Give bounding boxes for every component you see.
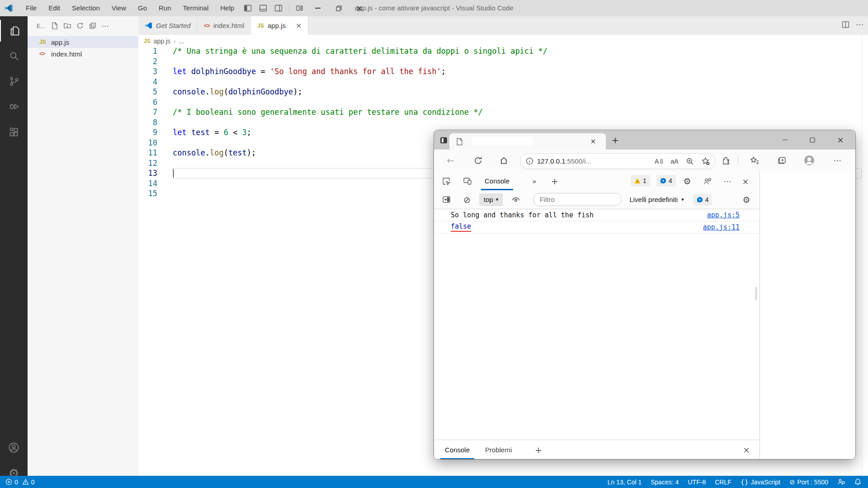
- menu-view[interactable]: View: [106, 0, 132, 16]
- menu-help[interactable]: Help: [214, 0, 240, 16]
- drawer-tab-console[interactable]: Console: [440, 440, 474, 459]
- menu-selection[interactable]: Selection: [66, 0, 106, 16]
- site-info-icon[interactable]: [526, 157, 533, 165]
- new-file-icon[interactable]: [51, 22, 58, 29]
- close-browser-tab-icon[interactable]: ×: [588, 136, 599, 147]
- editor-scrollbar[interactable]: [862, 35, 862, 476]
- code-line-1[interactable]: 1/* Una stringa è una sequenza di caratt…: [138, 46, 862, 56]
- restore-button[interactable]: [328, 0, 349, 16]
- console-sidebar-toggle-icon[interactable]: [440, 194, 452, 206]
- new-folder-icon[interactable]: [64, 22, 71, 29]
- drawer-tab-problems[interactable]: Problemi: [481, 440, 516, 459]
- zoom-icon[interactable]: [682, 157, 698, 165]
- toggle-sidebar-icon[interactable]: [240, 0, 255, 16]
- tab-app-js[interactable]: JS app.js ×: [251, 16, 308, 35]
- menu-run[interactable]: Run: [153, 0, 177, 16]
- inspect-element-icon[interactable]: [440, 175, 452, 187]
- log-levels-selector[interactable]: Livelli predefiniti ▾: [629, 196, 684, 203]
- add-drawer-tab-icon[interactable]: +: [533, 444, 544, 456]
- close-drawer-icon[interactable]: ×: [741, 444, 752, 456]
- add-favorite-icon[interactable]: [698, 157, 713, 165]
- eol-status[interactable]: CRLF: [715, 479, 731, 486]
- toggle-secondary-sidebar-icon[interactable]: [271, 0, 286, 16]
- browser-minimize-button[interactable]: [774, 130, 795, 150]
- explorer-more-actions-icon[interactable]: ⋯: [102, 22, 109, 30]
- devtools-tab-console[interactable]: Console: [481, 172, 513, 190]
- devtools-scrollbar[interactable]: [755, 287, 757, 300]
- problems-status[interactable]: 0 0: [5, 479, 35, 486]
- read-aloud-icon[interactable]: A: [651, 157, 667, 165]
- tab-get-started[interactable]: Get Started: [138, 16, 198, 34]
- code-line-3[interactable]: 3let dolphinGoodbye = 'So long and thank…: [138, 66, 862, 77]
- console-filter-input[interactable]: [533, 193, 621, 206]
- devtools-close-icon[interactable]: ×: [740, 175, 751, 187]
- run-debug-icon[interactable]: [0, 96, 28, 117]
- profile-avatar[interactable]: [804, 155, 815, 166]
- levels-messages-badge[interactable]: 4: [693, 194, 712, 206]
- code-line-4[interactable]: 4: [138, 77, 862, 87]
- messages-badge[interactable]: 4: [656, 175, 676, 187]
- new-tab-icon[interactable]: +: [609, 134, 621, 146]
- search-icon[interactable]: [0, 45, 28, 67]
- warnings-badge[interactable]: 1: [631, 175, 650, 187]
- editor-more-actions-icon[interactable]: ⋯: [856, 20, 863, 29]
- home-icon[interactable]: [498, 155, 509, 166]
- accounts-icon[interactable]: [0, 436, 28, 458]
- devtools-feedback-icon[interactable]: [701, 175, 713, 187]
- explorer-icon[interactable]: [0, 20, 28, 42]
- extensions-puzzle-icon[interactable]: [720, 155, 732, 166]
- address-bar[interactable]: 127.0.0.1:5500/i... A aA: [520, 153, 715, 169]
- refresh-icon[interactable]: [472, 155, 484, 166]
- browser-settings-more-icon[interactable]: ⋯: [831, 155, 843, 166]
- feedback-icon[interactable]: [837, 478, 845, 486]
- device-emulation-icon[interactable]: [462, 175, 473, 187]
- clear-console-icon[interactable]: ⊘: [461, 194, 473, 206]
- menu-edit[interactable]: Edit: [42, 0, 66, 16]
- notifications-bell-icon[interactable]: [854, 478, 862, 486]
- minimize-button[interactable]: [307, 0, 328, 16]
- context-selector[interactable]: top ▾: [479, 193, 503, 206]
- code-line-8[interactable]: 8: [138, 117, 862, 128]
- code-line-5[interactable]: 5console.log(dolphinGoodbye);: [138, 87, 862, 97]
- collections-icon[interactable]: [776, 155, 788, 166]
- browser-tab[interactable]: ×: [449, 133, 606, 150]
- toggle-panel-icon[interactable]: [255, 0, 271, 16]
- live-expression-eye-icon[interactable]: [510, 194, 522, 206]
- close-window-button[interactable]: ×: [349, 0, 370, 16]
- refresh-explorer-icon[interactable]: [76, 22, 84, 29]
- breadcrumb-file[interactable]: app.js: [154, 38, 170, 45]
- file-item-appjs[interactable]: JS app.js: [28, 36, 138, 48]
- tab-index-html[interactable]: <> index.html: [198, 16, 251, 34]
- close-tab-icon[interactable]: ×: [296, 21, 302, 30]
- menu-file[interactable]: File: [20, 0, 42, 16]
- browser-maximize-button[interactable]: [802, 130, 823, 150]
- more-tabs-icon[interactable]: »: [529, 175, 540, 187]
- menu-terminal[interactable]: Terminal: [177, 0, 215, 16]
- indentation-status[interactable]: Spaces: 4: [651, 479, 679, 486]
- console-source-link[interactable]: app.js:11: [703, 223, 740, 231]
- browser-close-button[interactable]: ×: [830, 130, 851, 150]
- devtools-settings-gear-icon[interactable]: ⚙: [681, 175, 693, 187]
- breadcrumb[interactable]: JS app.js › ...: [144, 36, 184, 46]
- split-editor-icon[interactable]: [842, 20, 849, 29]
- back-icon[interactable]: ←: [445, 155, 457, 166]
- url-text[interactable]: 127.0.0.1:5500/i...: [537, 157, 591, 165]
- extensions-icon[interactable]: [0, 122, 28, 143]
- console-settings-gear-icon[interactable]: ⚙: [741, 194, 752, 206]
- file-item-indexhtml[interactable]: <> index.html: [28, 48, 138, 60]
- console-message-log[interactable]: So long and thanks for all the fish app.…: [434, 209, 760, 221]
- language-status[interactable]: {} JavaScript: [741, 479, 780, 486]
- tab-actions-menu-icon[interactable]: [438, 135, 449, 145]
- devtools-more-icon[interactable]: ⋯: [722, 175, 733, 187]
- encoding-status[interactable]: UTF-8: [688, 479, 706, 486]
- page-viewport[interactable]: [760, 172, 855, 459]
- console-source-link[interactable]: app.js:5: [707, 211, 740, 219]
- translate-icon[interactable]: aA: [667, 158, 682, 165]
- cursor-position-status[interactable]: Ln 13, Col 1: [608, 479, 642, 486]
- live-server-port-status[interactable]: ⊘ Port : 5500: [789, 478, 828, 486]
- code-line-7[interactable]: 7/* I booleani sono generalmente usati p…: [138, 107, 862, 117]
- favorites-bar-icon[interactable]: [749, 155, 760, 166]
- menu-go[interactable]: Go: [132, 0, 153, 16]
- code-line-6[interactable]: 6: [138, 97, 862, 108]
- breadcrumb-more[interactable]: ...: [179, 38, 184, 45]
